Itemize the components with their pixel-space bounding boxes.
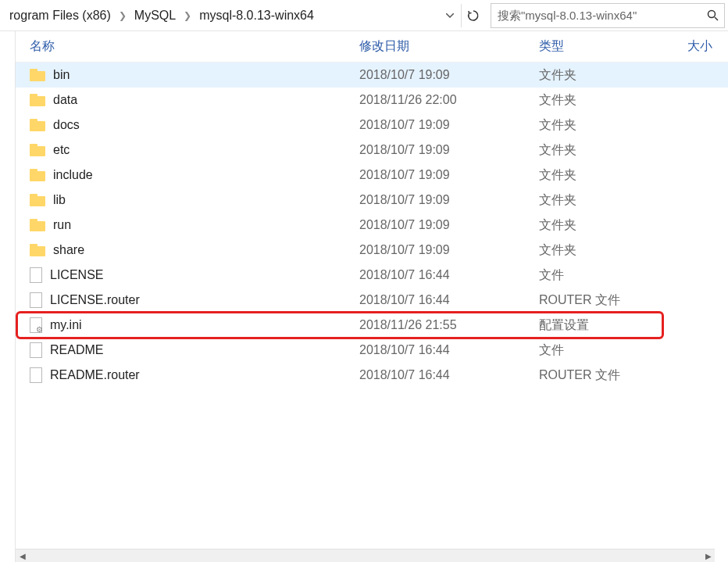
scroll-left-icon[interactable]: ◀ bbox=[16, 549, 29, 563]
file-row[interactable]: share2018/10/7 19:09文件夹 bbox=[16, 238, 728, 263]
folder-icon bbox=[30, 69, 45, 81]
address-toolbar: rogram Files (x86) ❯ MySQL ❯ mysql-8.0.1… bbox=[0, 0, 728, 31]
file-name-label: docs bbox=[53, 118, 80, 132]
horizontal-scrollbar[interactable]: ◀ ▶ bbox=[16, 549, 715, 562]
nav-strip bbox=[0, 31, 16, 562]
file-row[interactable]: lib2018/10/7 19:09文件夹 bbox=[16, 188, 728, 213]
config-file-icon bbox=[30, 317, 42, 333]
file-row[interactable]: etc2018/10/7 19:09文件夹 bbox=[16, 138, 728, 163]
file-name-label: run bbox=[53, 218, 71, 232]
file-date-label: 2018/10/7 16:44 bbox=[359, 268, 539, 282]
file-type-label: 文件夹 bbox=[539, 117, 687, 134]
breadcrumb-item-1[interactable]: MySQL bbox=[130, 9, 180, 23]
file-row[interactable]: data2018/11/26 22:00文件夹 bbox=[16, 88, 728, 113]
file-date-label: 2018/10/7 19:09 bbox=[359, 143, 539, 157]
breadcrumb-item-2[interactable]: mysql-8.0.13-winx64 bbox=[194, 9, 319, 23]
file-name-label: LICENSE bbox=[50, 268, 103, 282]
search-icon[interactable] bbox=[704, 9, 721, 21]
file-type-label: ROUTER 文件 bbox=[539, 367, 687, 384]
file-date-label: 2018/10/7 19:09 bbox=[359, 193, 539, 207]
folder-icon bbox=[30, 219, 45, 231]
file-name-cell: LICENSE.router bbox=[16, 292, 359, 308]
file-date-label: 2018/10/7 16:44 bbox=[359, 368, 539, 382]
file-list-view: 名称 修改日期 类型 大小 bin2018/10/7 19:09文件夹data2… bbox=[16, 31, 728, 562]
file-name-cell: docs bbox=[16, 118, 359, 132]
file-name-label: include bbox=[53, 168, 93, 182]
file-date-label: 2018/10/7 16:44 bbox=[359, 343, 539, 357]
file-type-label: 配置设置 bbox=[539, 317, 687, 334]
folder-icon bbox=[30, 144, 45, 156]
file-name-label: etc bbox=[53, 143, 70, 157]
breadcrumb-dropdown[interactable] bbox=[439, 4, 461, 27]
file-type-label: 文件夹 bbox=[539, 192, 687, 209]
file-name-cell: my.ini bbox=[16, 317, 359, 333]
file-type-label: 文件夹 bbox=[539, 92, 687, 109]
file-row[interactable]: LICENSE.router2018/10/7 16:44ROUTER 文件 bbox=[16, 288, 728, 313]
file-type-label: 文件夹 bbox=[539, 217, 687, 234]
file-name-label: README.router bbox=[50, 368, 140, 382]
file-name-cell: README bbox=[16, 342, 359, 358]
file-row[interactable]: run2018/10/7 19:09文件夹 bbox=[16, 213, 728, 238]
file-type-label: 文件夹 bbox=[539, 67, 687, 84]
file-name-label: my.ini bbox=[50, 318, 82, 332]
file-date-label: 2018/11/26 21:55 bbox=[359, 318, 539, 332]
file-type-label: 文件夹 bbox=[539, 242, 687, 259]
folder-icon bbox=[30, 244, 45, 256]
folder-icon bbox=[30, 94, 45, 106]
file-name-cell: LICENSE bbox=[16, 267, 359, 283]
refresh-button[interactable] bbox=[461, 4, 484, 27]
file-row[interactable]: my.ini2018/11/26 21:55配置设置 bbox=[16, 313, 728, 338]
file-date-label: 2018/10/7 19:09 bbox=[359, 168, 539, 182]
file-row[interactable]: docs2018/10/7 19:09文件夹 bbox=[16, 113, 728, 138]
file-date-label: 2018/11/26 22:00 bbox=[359, 93, 539, 107]
file-type-label: ROUTER 文件 bbox=[539, 292, 687, 309]
file-icon bbox=[30, 267, 42, 283]
file-name-label: data bbox=[53, 93, 77, 107]
file-name-label: LICENSE.router bbox=[50, 293, 140, 307]
file-name-label: lib bbox=[53, 193, 66, 207]
file-rows: bin2018/10/7 19:09文件夹data2018/11/26 22:0… bbox=[16, 63, 728, 388]
breadcrumb-item-0[interactable]: rogram Files (x86) bbox=[5, 9, 116, 23]
file-type-label: 文件 bbox=[539, 342, 687, 359]
file-icon bbox=[30, 342, 42, 358]
file-row[interactable]: include2018/10/7 19:09文件夹 bbox=[16, 163, 728, 188]
file-date-label: 2018/10/7 19:09 bbox=[359, 243, 539, 257]
file-type-label: 文件夹 bbox=[539, 167, 687, 184]
search-box[interactable] bbox=[491, 3, 725, 28]
svg-line-1 bbox=[715, 17, 718, 20]
file-name-label: share bbox=[53, 243, 84, 257]
svg-point-0 bbox=[708, 11, 715, 18]
file-date-label: 2018/10/7 19:09 bbox=[359, 118, 539, 132]
breadcrumb[interactable]: rogram Files (x86) ❯ MySQL ❯ mysql-8.0.1… bbox=[3, 0, 439, 30]
file-date-label: 2018/10/7 19:09 bbox=[359, 218, 539, 232]
file-name-cell: lib bbox=[16, 193, 359, 207]
file-name-cell: README.router bbox=[16, 367, 359, 383]
file-row[interactable]: LICENSE2018/10/7 16:44文件 bbox=[16, 263, 728, 288]
column-header-size[interactable]: 大小 bbox=[687, 38, 728, 55]
folder-icon bbox=[30, 169, 45, 181]
scroll-right-icon[interactable]: ▶ bbox=[701, 549, 715, 563]
file-name-cell: data bbox=[16, 93, 359, 107]
column-header-type[interactable]: 类型 bbox=[539, 38, 687, 55]
column-headers: 名称 修改日期 类型 大小 bbox=[16, 31, 728, 63]
search-input[interactable] bbox=[494, 4, 704, 27]
file-name-cell: bin bbox=[16, 68, 359, 82]
file-row[interactable]: README.router2018/10/7 16:44ROUTER 文件 bbox=[16, 363, 728, 388]
chevron-right-icon[interactable]: ❯ bbox=[180, 10, 194, 21]
file-type-label: 文件 bbox=[539, 267, 687, 284]
column-header-date[interactable]: 修改日期 bbox=[359, 38, 539, 55]
column-header-name[interactable]: 名称 bbox=[16, 38, 359, 55]
file-icon bbox=[30, 292, 42, 308]
file-date-label: 2018/10/7 16:44 bbox=[359, 293, 539, 307]
file-row[interactable]: bin2018/10/7 19:09文件夹 bbox=[16, 63, 728, 88]
file-name-cell: etc bbox=[16, 143, 359, 157]
file-row[interactable]: README2018/10/7 16:44文件 bbox=[16, 338, 728, 363]
chevron-right-icon[interactable]: ❯ bbox=[116, 10, 130, 21]
file-name-label: bin bbox=[53, 68, 70, 82]
file-type-label: 文件夹 bbox=[539, 142, 687, 159]
file-name-cell: share bbox=[16, 243, 359, 257]
folder-icon bbox=[30, 119, 45, 131]
file-icon bbox=[30, 367, 42, 383]
content-area: 名称 修改日期 类型 大小 bin2018/10/7 19:09文件夹data2… bbox=[0, 31, 728, 562]
folder-icon bbox=[30, 194, 45, 206]
